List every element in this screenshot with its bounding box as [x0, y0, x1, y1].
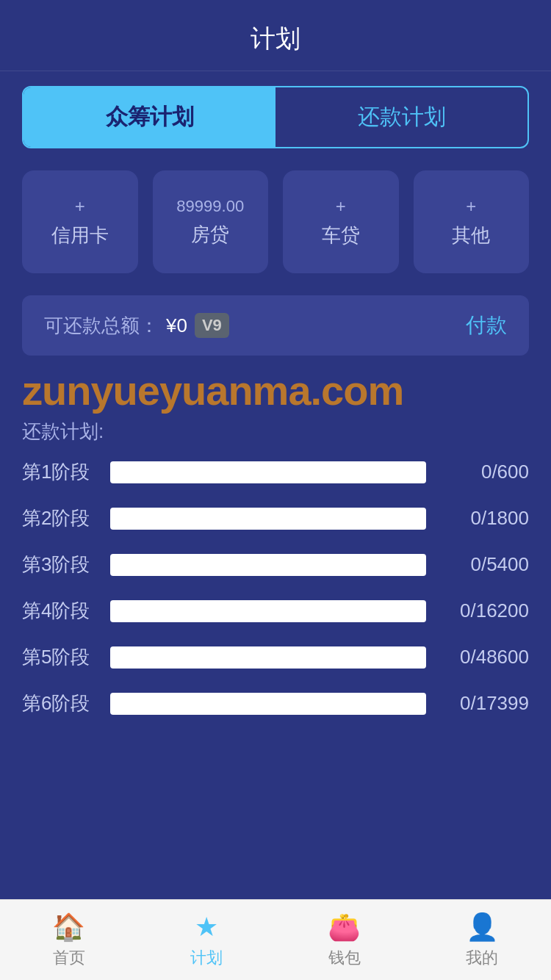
repayment-value-2: 0/1800 [441, 507, 529, 530]
nav-item-wallet[interactable]: 👛 钱包 [276, 900, 414, 980]
page-header: 计划 [0, 0, 551, 71]
payment-bar: 可还款总额： ¥0 V9 付款 [22, 295, 529, 356]
repayment-value-5: 0/48600 [441, 646, 529, 669]
bottom-nav: 🏠 首页 ★ 计划 👛 钱包 👤 我的 [0, 899, 551, 980]
nav-label-profile: 我的 [466, 947, 498, 969]
payment-bar-amount: ¥0 [166, 314, 187, 337]
tab-repayment[interactable]: 还款计划 [276, 87, 527, 147]
home-icon: 🏠 [52, 912, 85, 943]
tab-crowdfunding[interactable]: 众筹计划 [24, 87, 276, 147]
plus-icon-other: + [466, 196, 476, 217]
repayment-row-6: 第6阶段 0/17399 [22, 691, 529, 716]
repayment-row-4: 第4阶段 0/16200 [22, 598, 529, 624]
loan-card-car[interactable]: + 车贷 [283, 170, 399, 273]
vip-badge: V9 [195, 313, 229, 338]
wallet-icon: 👛 [328, 912, 361, 943]
nav-label-plan: 计划 [190, 947, 223, 969]
plus-icon-car: + [336, 196, 346, 217]
tab-switcher: 众筹计划 还款计划 [22, 86, 529, 148]
repayment-value-1: 0/600 [441, 461, 529, 483]
repayment-progress-bg-5 [110, 646, 426, 669]
repayment-row-2: 第2阶段 0/1800 [22, 505, 529, 531]
repayment-progress-bg-1 [110, 461, 426, 483]
repayment-value-3: 0/5400 [441, 553, 529, 576]
nav-item-home[interactable]: 🏠 首页 [0, 900, 138, 980]
payment-bar-label: 可还款总额： [44, 313, 159, 339]
repayment-label-3: 第3阶段 [22, 552, 96, 577]
repayment-progress-bg-2 [110, 508, 426, 530]
payment-button[interactable]: 付款 [466, 311, 507, 339]
loan-card-other[interactable]: + 其他 [414, 170, 530, 273]
nav-label-home: 首页 [53, 947, 85, 969]
repayment-progress-bg-6 [110, 693, 426, 715]
plan-icon: ★ [195, 912, 218, 943]
watermark: zunyueyuanma.com [22, 370, 529, 411]
payment-bar-left: 可还款总额： ¥0 V9 [44, 313, 229, 339]
main-content: 众筹计划 还款计划 + 信用卡 89999.00 房贷 + 车贷 + 其他 可还… [0, 71, 551, 899]
nav-item-plan[interactable]: ★ 计划 [138, 900, 276, 980]
repayment-value-6: 0/17399 [441, 692, 529, 715]
repayment-title: 还款计划: [22, 419, 529, 444]
loan-cards: + 信用卡 89999.00 房贷 + 车贷 + 其他 [22, 170, 529, 273]
profile-icon: 👤 [466, 912, 499, 943]
repayment-label-2: 第2阶段 [22, 505, 96, 531]
repayment-label-4: 第4阶段 [22, 598, 96, 624]
repayment-row-1: 第1阶段 0/600 [22, 459, 529, 485]
repayment-row-3: 第3阶段 0/5400 [22, 552, 529, 577]
plus-icon-credit: + [75, 196, 85, 217]
repayment-label-6: 第6阶段 [22, 691, 96, 716]
page-title: 计划 [251, 24, 300, 52]
loan-card-credit[interactable]: + 信用卡 [22, 170, 138, 273]
repayment-progress-bg-4 [110, 600, 426, 622]
repayment-label-1: 第1阶段 [22, 459, 96, 485]
repayment-row-5: 第5阶段 0/48600 [22, 644, 529, 670]
nav-label-wallet: 钱包 [328, 947, 361, 969]
repayment-section: 还款计划: 第1阶段 0/600 第2阶段 0/1800 第3阶段 0/5400… [22, 419, 529, 716]
repayment-label-5: 第5阶段 [22, 644, 96, 670]
repayment-progress-bg-3 [110, 554, 426, 576]
nav-item-profile[interactable]: 👤 我的 [414, 900, 552, 980]
repayment-value-4: 0/16200 [441, 599, 529, 622]
loan-card-mortgage[interactable]: 89999.00 房贷 [153, 170, 269, 273]
